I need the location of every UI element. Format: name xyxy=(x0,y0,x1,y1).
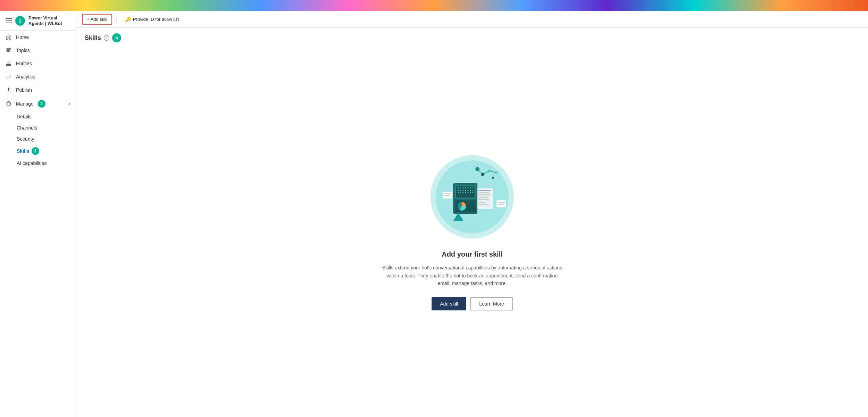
svg-point-24 xyxy=(468,192,469,193)
svg-point-14 xyxy=(460,190,461,191)
svg-point-22 xyxy=(463,192,464,193)
sidebar-item-topics[interactable]: Topics xyxy=(0,44,76,57)
empty-state-description: Skills extend your bot's conversational … xyxy=(382,264,562,287)
manage-icon xyxy=(6,101,12,107)
svg-point-9 xyxy=(465,187,466,189)
page-title-row: Skills i 4 xyxy=(76,28,868,45)
empty-state: Add your first skill Skills extend your … xyxy=(76,45,868,417)
svg-point-20 xyxy=(458,192,459,193)
sidebar-item-home-label: Home xyxy=(16,34,29,40)
key-icon: 🔑 xyxy=(125,17,131,22)
badge-3: 3 xyxy=(32,147,39,155)
sidebar-sub-item-details[interactable]: Details xyxy=(0,111,76,122)
sidebar-sub-item-ai-label: AI capabilities xyxy=(17,160,47,166)
page-body: Skills i 4 xyxy=(76,28,868,417)
action-buttons: Add skill Learn More xyxy=(432,297,513,310)
sidebar-sub-item-details-label: Details xyxy=(17,114,32,119)
svg-rect-31 xyxy=(478,192,489,193)
svg-point-11 xyxy=(470,187,471,189)
top-banner xyxy=(0,0,868,11)
badge-2: 2 xyxy=(38,100,45,108)
svg-rect-0 xyxy=(6,64,11,66)
svg-point-21 xyxy=(460,192,461,193)
sidebar-item-analytics-label: Analytics xyxy=(16,74,35,80)
badge-4: 4 xyxy=(112,33,121,42)
empty-state-title: Add your first skill xyxy=(442,250,503,258)
svg-point-25 xyxy=(470,192,471,193)
svg-rect-36 xyxy=(478,204,489,205)
svg-point-10 xyxy=(468,187,469,189)
provide-id-button[interactable]: 🔑 Provide ID for allow list xyxy=(121,15,183,24)
sidebar-sub-item-channels[interactable]: Channels xyxy=(0,122,76,133)
svg-point-15 xyxy=(463,190,464,191)
sidebar-item-entities-label: Entities xyxy=(16,61,32,66)
svg-rect-30 xyxy=(478,190,491,191)
empty-add-skill-button[interactable]: Add skill xyxy=(432,297,466,310)
sidebar-sub-item-channels-label: Channels xyxy=(17,125,37,131)
illustration xyxy=(424,152,521,242)
svg-point-17 xyxy=(468,190,469,191)
svg-rect-32 xyxy=(478,194,491,195)
svg-point-18 xyxy=(470,190,471,191)
sidebar-item-analytics[interactable]: Analytics xyxy=(0,70,76,83)
svg-point-26 xyxy=(473,192,474,193)
svg-point-7 xyxy=(460,187,461,189)
sidebar: 1 Power Virtual Agents | WLBot Home Topi… xyxy=(0,11,76,417)
sidebar-sub-item-security-label: Security xyxy=(17,136,34,142)
home-icon xyxy=(6,34,12,40)
sidebar-header: 1 Power Virtual Agents | WLBot xyxy=(0,11,76,31)
svg-rect-33 xyxy=(478,197,488,198)
sidebar-item-manage[interactable]: Manage 2 ∧ xyxy=(0,97,76,111)
info-icon[interactable]: i xyxy=(104,35,109,41)
svg-rect-48 xyxy=(444,195,450,196)
main-content: + Add skill 🔑 Provide ID for allow list … xyxy=(76,11,868,417)
svg-rect-35 xyxy=(478,202,485,203)
topics-icon xyxy=(6,47,12,53)
toolbar-divider xyxy=(116,16,117,23)
svg-point-6 xyxy=(458,187,459,189)
toolbar: + Add skill 🔑 Provide ID for allow list xyxy=(76,11,868,28)
svg-point-40 xyxy=(492,177,494,179)
provide-id-label: Provide ID for allow list xyxy=(133,17,179,22)
analytics-icon xyxy=(6,74,12,80)
svg-point-23 xyxy=(465,192,466,193)
svg-point-16 xyxy=(465,190,466,191)
sidebar-item-manage-label: Manage xyxy=(16,101,34,107)
learn-more-button[interactable]: Learn More xyxy=(470,297,513,310)
svg-rect-47 xyxy=(444,193,451,194)
badge-1: 1 xyxy=(15,16,25,26)
app-title: Power Virtual Agents | WLBot xyxy=(28,15,70,26)
add-skill-button[interactable]: + Add skill xyxy=(82,14,112,25)
menu-icon[interactable] xyxy=(6,17,12,24)
sidebar-sub-item-skills[interactable]: Skills 3 xyxy=(0,144,76,158)
svg-rect-51 xyxy=(498,204,504,205)
sidebar-item-entities[interactable]: Entities xyxy=(0,57,76,70)
sidebar-item-publish-label: Publish xyxy=(16,87,32,93)
entities-icon xyxy=(6,60,12,67)
svg-rect-34 xyxy=(478,199,490,200)
svg-point-19 xyxy=(473,190,474,191)
publish-icon xyxy=(6,87,12,93)
svg-rect-50 xyxy=(498,202,505,203)
sidebar-sub-item-ai-capabilities[interactable]: AI capabilities xyxy=(0,158,76,169)
svg-point-12 xyxy=(473,187,474,189)
page-title: Skills xyxy=(85,34,101,42)
chevron-down-icon: ∧ xyxy=(68,102,70,106)
sidebar-sub-item-skills-label: Skills xyxy=(17,148,30,154)
sidebar-item-topics-label: Topics xyxy=(16,48,30,53)
svg-point-8 xyxy=(463,187,464,189)
sidebar-item-publish[interactable]: Publish xyxy=(0,83,76,97)
svg-point-13 xyxy=(458,190,459,191)
sidebar-sub-item-security[interactable]: Security xyxy=(0,133,76,144)
sidebar-item-home[interactable]: Home xyxy=(0,31,76,44)
